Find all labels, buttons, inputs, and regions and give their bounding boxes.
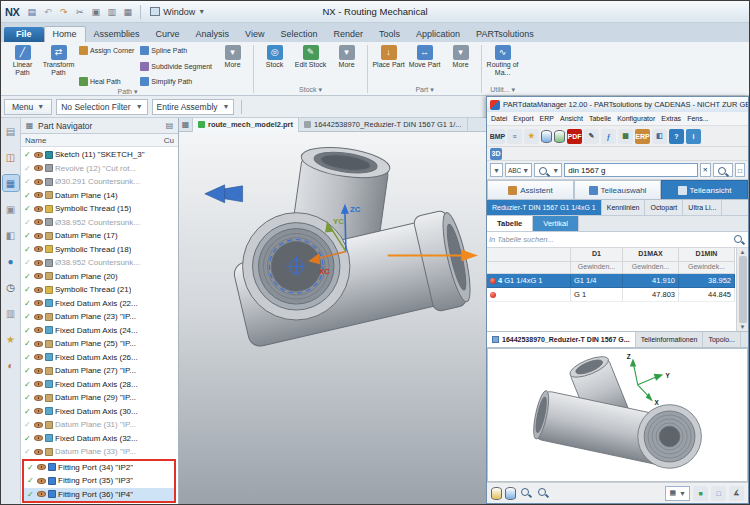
search-history-dropdown[interactable]: ▼ — [490, 163, 503, 177]
table-cell[interactable]: 41.910 — [623, 274, 679, 288]
visibility-eye-icon[interactable] — [37, 464, 46, 470]
visibility-eye-icon[interactable] — [34, 408, 43, 414]
assembly-navigator-icon[interactable]: ▤ — [3, 123, 19, 139]
visibility-eye-icon[interactable] — [34, 381, 43, 387]
edit-stock-button[interactable]: ✎Edit Stock — [293, 44, 328, 70]
visibility-eye-icon[interactable] — [34, 260, 43, 266]
catalog-2d-icon[interactable] — [491, 487, 502, 500]
tree-item[interactable]: ✓Revolve (12) "Cut rot... — [21, 162, 178, 176]
tree-item[interactable]: ✓Sketch (11) "SKETCH_3" — [21, 148, 178, 162]
pin-panel-icon[interactable]: □ — [735, 163, 745, 177]
tree-item[interactable]: ✓Ø30.291 Countersunk... — [21, 175, 178, 189]
part-navigator-icon[interactable]: ▦ — [3, 175, 19, 191]
more-button[interactable]: ▾More — [329, 44, 364, 70]
tab-teileansicht[interactable]: Teileansicht — [661, 180, 748, 199]
checkmark-icon[interactable]: ✓ — [24, 191, 32, 200]
heal-path-button[interactable]: Heal Path — [77, 75, 136, 88]
visibility-eye-icon[interactable] — [34, 287, 43, 293]
tab-file[interactable]: File — [4, 27, 44, 42]
solid-view-icon[interactable]: ■ — [693, 486, 708, 501]
command-finder-icon[interactable]: ▦ — [120, 4, 135, 19]
routing-of-ma-button[interactable]: ∿Routing of Ma... — [485, 44, 520, 77]
tree-item[interactable]: ✓Datum Plane (33) "IP... — [21, 445, 178, 459]
column-header-d1[interactable]: D1 — [571, 248, 623, 262]
checkmark-icon[interactable]: ✓ — [24, 258, 32, 267]
pdf-datasheet-icon[interactable]: PDF — [567, 129, 582, 144]
start-search-button[interactable] — [713, 163, 733, 177]
checkmark-icon[interactable]: ✓ — [24, 420, 32, 429]
tree-item[interactable]: ✓Symbolic Thread (21) — [21, 283, 178, 297]
project-tree-icon[interactable]: ≡ — [507, 129, 522, 144]
checkmark-icon[interactable]: ✓ — [24, 407, 32, 416]
visibility-eye-icon[interactable] — [34, 422, 43, 428]
hd3d-tools-icon[interactable]: ◧ — [3, 227, 19, 243]
view-mode-dropdown[interactable]: ▦▼ — [665, 486, 690, 501]
text-search-button[interactable]: ABC▼ — [505, 163, 532, 177]
3d-viewport-canvas[interactable]: ZC YC XC — [179, 132, 486, 504]
table-filter-icon[interactable] — [732, 233, 746, 247]
scroll-up-icon[interactable]: ▲ — [740, 249, 746, 255]
menu-tabelle[interactable]: Tabelle — [589, 115, 611, 122]
table-cell[interactable]: G1 1/4 — [571, 274, 623, 288]
rcp-arrow[interactable] — [205, 185, 243, 203]
column-header-d1max[interactable]: D1MAX — [623, 248, 679, 262]
tab-curve[interactable]: Curve — [148, 27, 188, 42]
tree-item[interactable]: ✓Datum Plane (14) — [21, 189, 178, 203]
zoom-in-icon[interactable] — [519, 486, 533, 500]
tab-partsolutions[interactable]: PARTsolutions — [468, 27, 542, 42]
menu-konfigurator[interactable]: Konfigurator — [617, 115, 655, 122]
tab-teileauswahl[interactable]: Teileauswahl — [574, 180, 661, 199]
checkmark-icon[interactable]: ✓ — [24, 326, 32, 335]
checkmark-icon[interactable]: ✓ — [24, 299, 32, 308]
checkmark-icon[interactable]: ✓ — [24, 393, 32, 402]
checkmark-icon[interactable]: ✓ — [24, 312, 32, 321]
scroll-down-icon[interactable]: ▼ — [740, 324, 746, 330]
tab-16442538970-reduzier-t-d[interactable]: 16442538970_Reduzier-T DIN 1567 G... — [487, 332, 636, 347]
export-bmp-icon[interactable]: BMP — [490, 129, 505, 144]
copy-icon[interactable]: ▣ — [88, 4, 103, 19]
erp-link-icon[interactable]: ERP — [635, 129, 650, 144]
save-icon[interactable]: ▤ — [24, 4, 39, 19]
tab-assistent[interactable]: Assistent — [487, 180, 574, 199]
checkmark-icon[interactable]: ✓ — [27, 476, 35, 485]
favorites-icon[interactable]: ★ — [524, 129, 539, 144]
tree-item[interactable]: ✓Fitting Port (36) "IP4" — [24, 488, 174, 502]
wireframe-view-icon[interactable]: □ — [711, 486, 726, 501]
tab-application[interactable]: Application — [408, 27, 468, 42]
checkmark-icon[interactable]: ✓ — [24, 218, 32, 227]
selection-scope-combo[interactable]: Entire Assembly ▼ — [152, 99, 235, 115]
group-label-part[interactable]: Part ▾ — [369, 86, 480, 95]
document-tab-route-mech-model2-pr[interactable]: route_mech_model2.prt — [193, 118, 299, 132]
cut-icon[interactable]: ✂ — [72, 4, 87, 19]
process-studio-icon[interactable]: ▥ — [3, 305, 19, 321]
place-part-button[interactable]: ↓Place Part — [371, 44, 406, 70]
zoom-fit-icon[interactable] — [536, 486, 550, 500]
tree-item[interactable]: ✓Datum Plane (29) "IP... — [21, 391, 178, 405]
checkmark-icon[interactable]: ✓ — [24, 434, 32, 443]
group-label-utilit[interactable]: Utilit... ▾ — [483, 86, 522, 95]
tab-render[interactable]: Render — [325, 27, 371, 42]
visibility-eye-icon[interactable] — [34, 165, 43, 171]
tab-assemblies[interactable]: Assemblies — [86, 27, 148, 42]
stock-button[interactable]: ◎Stock — [257, 44, 292, 70]
pdm-titlebar[interactable]: PARTdataManager 12.00 - PARTsolutions by… — [487, 97, 748, 112]
table-cell[interactable]: 44.845 — [679, 288, 735, 302]
tab-home[interactable]: Home — [44, 26, 86, 42]
tree-item[interactable]: ✓Datum Plane (20) — [21, 270, 178, 284]
tree-item[interactable]: ✓Datum Plane (31) "IP... — [21, 418, 178, 432]
tab-list-icon[interactable]: ▦ — [179, 118, 193, 132]
table-view-icon[interactable]: ▦ — [618, 129, 633, 144]
visibility-eye-icon[interactable] — [34, 233, 43, 239]
more-button[interactable]: ▾More — [443, 44, 478, 70]
tab-ultra-li[interactable]: Ultra Li... — [683, 200, 722, 215]
clear-search-icon[interactable]: ✕ — [700, 163, 711, 177]
visibility-eye-icon[interactable] — [34, 368, 43, 374]
document-tab-16442538970-reduzier[interactable]: 16442538970_Reduzier-T DIN 1567 G1 1/... — [299, 118, 467, 132]
constraint-navigator-icon[interactable]: ◫ — [3, 149, 19, 165]
column-cu[interactable]: Cu — [164, 136, 174, 145]
simplify-path-button[interactable]: Simplify Path — [138, 75, 214, 88]
menu-ansicht[interactable]: Ansicht — [560, 115, 583, 122]
checkmark-icon[interactable]: ✓ — [24, 339, 32, 348]
info-icon[interactable]: i — [686, 129, 701, 144]
tree-item[interactable]: ✓Datum Plane (23) "IP... — [21, 310, 178, 324]
